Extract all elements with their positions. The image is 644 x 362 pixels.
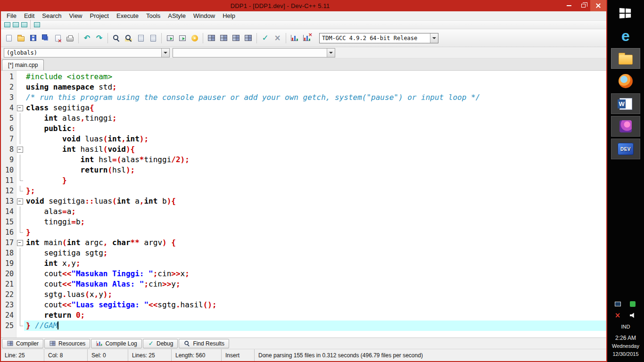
tab-main-cpp[interactable]: [*] main.cpp bbox=[2, 59, 44, 70]
menu-item-file[interactable]: File bbox=[3, 12, 20, 20]
code-line-18[interactable]: 18 segitiga sgtg; bbox=[1, 248, 606, 258]
code-line-11[interactable]: 11 } bbox=[1, 175, 606, 186]
menu-item-window[interactable]: Window bbox=[190, 12, 219, 20]
code-line-19[interactable]: 19 int x,y; bbox=[1, 258, 606, 269]
code-area[interactable]: 1#include <iostream>2using namespace std… bbox=[1, 71, 606, 337]
compile-run-button[interactable] bbox=[230, 32, 242, 44]
clock[interactable]: 2:26 AM Wednesday 12/30/2015 bbox=[612, 334, 639, 358]
fold-open-marker[interactable] bbox=[16, 196, 24, 206]
find-button[interactable] bbox=[110, 32, 122, 44]
redo-button[interactable] bbox=[93, 32, 105, 44]
find-next-button[interactable] bbox=[135, 32, 147, 44]
members-combo[interactable] bbox=[173, 48, 335, 58]
undo-button[interactable] bbox=[81, 32, 93, 44]
menu-item-help[interactable]: Help bbox=[219, 12, 239, 20]
code-line-10[interactable]: 10 return(hsl); bbox=[1, 165, 606, 175]
new-source-button[interactable] bbox=[3, 32, 15, 44]
volume-button[interactable] bbox=[628, 312, 637, 319]
rebuild-button[interactable] bbox=[242, 32, 254, 44]
code-line-5[interactable]: 5 int alas,tinggi; bbox=[1, 113, 606, 123]
fold-open-marker[interactable] bbox=[16, 144, 24, 155]
menu-item-tools[interactable]: Tools bbox=[142, 12, 164, 20]
start-button[interactable] bbox=[611, 3, 640, 24]
toolbar-separator bbox=[203, 33, 203, 43]
astyle-format-button[interactable] bbox=[33, 21, 41, 28]
line-number: 8 bbox=[1, 144, 16, 155]
code-line-24[interactable]: 24 return 0; bbox=[1, 310, 606, 321]
menu-item-execute[interactable]: Execute bbox=[113, 12, 142, 20]
tab-debug[interactable]: Debug bbox=[143, 339, 178, 348]
code-line-21[interactable]: 21 cout<<"Masukan Alas: ";cin>>y; bbox=[1, 279, 606, 289]
globals-combo[interactable]: (globals) bbox=[4, 48, 170, 58]
code-line-12[interactable]: 12}; bbox=[1, 186, 606, 196]
code-line-17[interactable]: 17int main(int argc, char** argv) { bbox=[1, 238, 606, 248]
fold-open-marker[interactable] bbox=[16, 238, 24, 248]
code-line-6[interactable]: 6 public: bbox=[1, 123, 606, 134]
code-line-16[interactable]: 16} bbox=[1, 227, 606, 238]
restore-button[interactable] bbox=[576, 0, 590, 11]
run-button[interactable] bbox=[218, 32, 230, 44]
fold-end-marker bbox=[16, 321, 24, 331]
tray-remove-button[interactable] bbox=[613, 312, 622, 319]
code-line-13[interactable]: 13void segitiga::luas(int a,int b){ bbox=[1, 196, 606, 206]
save-button[interactable] bbox=[27, 32, 39, 44]
syntax-check-button[interactable] bbox=[259, 32, 271, 44]
close-file-button[interactable] bbox=[52, 32, 64, 44]
compiler-combo[interactable]: TDM-GCC 4.9.2 64-bit Release bbox=[319, 33, 438, 43]
devcpp-window: DDP1 - [DDP1.dev] - Dev-C++ 5.11 FileEdi… bbox=[0, 0, 607, 362]
firefox-button[interactable] bbox=[611, 71, 640, 91]
menu-item-view[interactable]: View bbox=[66, 12, 86, 20]
remove-from-project-button[interactable] bbox=[176, 32, 188, 44]
goto-line-button[interactable] bbox=[147, 32, 159, 44]
tab-find-results[interactable]: Find Results bbox=[179, 339, 229, 348]
compile-button[interactable] bbox=[206, 32, 217, 44]
menu-item-project[interactable]: Project bbox=[86, 12, 113, 20]
code-line-4[interactable]: 4class segitiga{ bbox=[1, 103, 606, 113]
internet-explorer-button[interactable] bbox=[611, 25, 640, 46]
code-line-7[interactable]: 7 void luas(int,int); bbox=[1, 134, 606, 144]
menu-item-search[interactable]: Search bbox=[38, 12, 65, 20]
code-line-3[interactable]: 3/* run this program using the console p… bbox=[1, 92, 606, 103]
menu-item-edit[interactable]: Edit bbox=[20, 12, 38, 20]
file-explorer-button[interactable] bbox=[611, 48, 640, 69]
profile-button[interactable] bbox=[289, 32, 300, 44]
code-line-25[interactable]: 25} //GAM bbox=[1, 321, 606, 331]
replace-button[interactable] bbox=[123, 32, 134, 44]
titlebar[interactable]: DDP1 - [DDP1.dev] - Dev-C++ 5.11 bbox=[1, 0, 606, 11]
code-line-22[interactable]: 22 sgtg.luas(x,y); bbox=[1, 289, 606, 300]
code-line-1[interactable]: 1#include <iostream> bbox=[1, 72, 606, 82]
insert-snippet-button[interactable] bbox=[189, 32, 200, 44]
code-line-2[interactable]: 2using namespace std; bbox=[1, 82, 606, 92]
code-line-9[interactable]: 9 int hsl=(alas*tinggi/2); bbox=[1, 155, 606, 165]
tray-display-button[interactable] bbox=[613, 300, 622, 308]
devcpp-button[interactable] bbox=[611, 139, 640, 159]
photos-app-button[interactable] bbox=[611, 116, 640, 137]
word-button[interactable] bbox=[611, 93, 640, 114]
abort-button[interactable] bbox=[272, 32, 283, 44]
print-button[interactable] bbox=[64, 32, 76, 44]
language-indicator[interactable]: IND bbox=[621, 324, 630, 329]
line-number: 3 bbox=[1, 92, 16, 103]
toggle-bookmark-button[interactable] bbox=[11, 21, 20, 28]
tray-app-button[interactable] bbox=[628, 300, 637, 308]
goto-bookmark-button[interactable] bbox=[20, 21, 28, 28]
code-line-20[interactable]: 20 cout<<"Masukan Tinggi: ";cin>>x; bbox=[1, 269, 606, 279]
code-text: class segitiga{ bbox=[24, 103, 606, 113]
open-button[interactable] bbox=[15, 32, 27, 44]
save-all-button[interactable] bbox=[40, 32, 51, 44]
minimize-button[interactable] bbox=[562, 0, 576, 11]
code-line-8[interactable]: 8 int hasil(void){ bbox=[1, 144, 606, 155]
redo-icon bbox=[96, 34, 102, 42]
fold-open-marker[interactable] bbox=[16, 103, 24, 113]
tab-compile-log[interactable]: Compile Log bbox=[91, 339, 141, 348]
add-to-project-button[interactable] bbox=[164, 32, 176, 44]
code-line-14[interactable]: 14 alas=a; bbox=[1, 206, 606, 217]
code-line-15[interactable]: 15 tinggi=b; bbox=[1, 217, 606, 227]
code-line-23[interactable]: 23 cout<<"Luas segitiga: "<<sgtg.hasil()… bbox=[1, 300, 606, 310]
menu-item-astyle[interactable]: AStyle bbox=[164, 12, 190, 20]
delete-profiling-button[interactable] bbox=[301, 32, 313, 44]
close-button[interactable] bbox=[590, 0, 606, 11]
tab-compiler[interactable]: Compiler bbox=[2, 339, 43, 348]
tab-resources[interactable]: Resources bbox=[44, 339, 90, 348]
insert-button[interactable] bbox=[3, 21, 11, 28]
